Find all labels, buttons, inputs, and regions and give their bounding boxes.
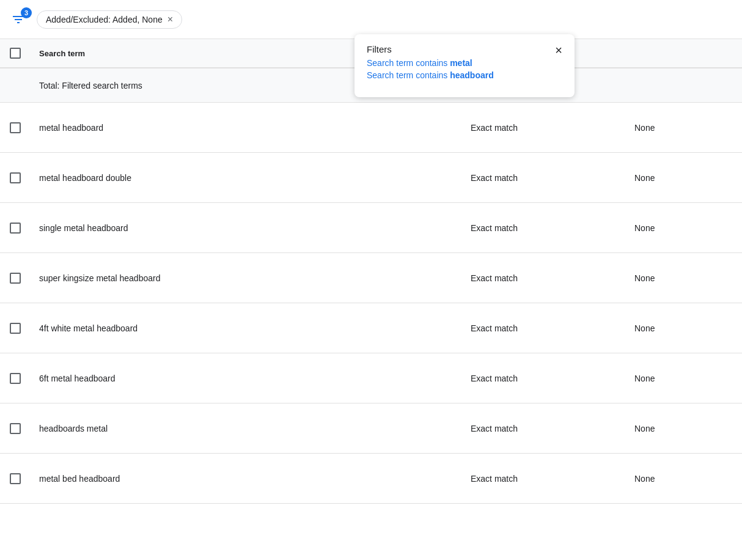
chip-close-icon[interactable]: × [167,15,173,24]
row-1-term: metal headboard double [39,173,471,183]
table-row: metal headboard double Exact match None [0,153,742,203]
header-checkbox-cell[interactable] [10,48,39,59]
row-4-checkbox[interactable] [10,323,21,334]
row-5-term: 6ft metal headboard [39,374,471,383]
table-row: metal headboard Exact match None [0,103,742,153]
row-0-term: metal headboard [39,123,471,133]
row-3-match-type: Exact match [471,273,634,283]
row-4-status: None [634,323,732,333]
row-2-term: single metal headboard [39,223,471,233]
row-0-status: None [634,123,732,133]
filters-popup: Filters Search term contains metal Searc… [354,34,575,97]
row-1-status: None [634,173,732,183]
filter-item-1-keyword: metal [450,58,472,68]
filter-icon-wrapper[interactable]: 3 [10,11,27,28]
row-5-status: None [634,374,732,383]
header-checkbox[interactable] [10,48,21,59]
filters-popup-header: Filters Search term contains metal Searc… [367,44,562,83]
row-7-checkbox-cell[interactable] [10,473,39,484]
filter-item-1: Search term contains metal [367,58,494,68]
row-6-checkbox-cell[interactable] [10,423,39,434]
row-1-checkbox[interactable] [10,172,21,183]
filter-item-2: Search term contains headboard [367,70,494,80]
row-3-checkbox[interactable] [10,273,21,284]
table-row: 6ft metal headboard Exact match None [0,353,742,403]
row-0-checkbox[interactable] [10,122,21,133]
row-6-status: None [634,424,732,433]
row-4-checkbox-cell[interactable] [10,323,39,334]
row-2-status: None [634,223,732,233]
row-0-match-type: Exact match [471,123,634,133]
row-3-checkbox-cell[interactable] [10,273,39,284]
table-row: metal bed headboard Exact match None [0,454,742,504]
row-3-status: None [634,273,732,283]
row-4-match-type: Exact match [471,323,634,333]
row-7-match-type: Exact match [471,474,634,484]
row-5-match-type: Exact match [471,374,634,383]
row-6-checkbox[interactable] [10,423,21,434]
row-2-checkbox[interactable] [10,223,21,234]
table-row: 4ft white metal headboard Exact match No… [0,303,742,353]
filter-item-2-prefix: Search term contains [367,70,450,80]
row-1-checkbox-cell[interactable] [10,172,39,183]
row-7-term: metal bed headboard [39,474,471,484]
row-7-checkbox[interactable] [10,473,21,484]
filter-chip-label: Added/Excluded: Added, None [46,15,163,24]
filters-popup-title: Filters [367,44,494,54]
filter-item-2-keyword: headboard [450,70,494,80]
row-6-match-type: Exact match [471,424,634,433]
row-2-checkbox-cell[interactable] [10,223,39,234]
row-3-term: super kingsize metal headboard [39,273,471,283]
filters-popup-content: Filters Search term contains metal Searc… [367,44,494,83]
row-6-term: headboards metal [39,424,471,433]
table-row: super kingsize metal headboard Exact mat… [0,253,742,303]
row-2-match-type: Exact match [471,223,634,233]
search-terms-table: Search term Total: Filtered search terms… [0,39,742,504]
row-5-checkbox[interactable] [10,373,21,384]
top-bar: 3 Added/Excluded: Added, None × Filters … [0,0,742,39]
filter-chip[interactable]: Added/Excluded: Added, None × [37,10,182,29]
filters-popup-close-icon[interactable]: × [555,44,562,56]
table-row: single metal headboard Exact match None [0,203,742,253]
table-row: headboards metal Exact match None [0,403,742,454]
row-7-status: None [634,474,732,484]
row-4-term: 4ft white metal headboard [39,323,471,333]
filter-badge: 3 [21,7,32,18]
row-1-match-type: Exact match [471,173,634,183]
row-0-checkbox-cell[interactable] [10,122,39,133]
row-5-checkbox-cell[interactable] [10,373,39,384]
filter-item-1-prefix: Search term contains [367,58,450,68]
